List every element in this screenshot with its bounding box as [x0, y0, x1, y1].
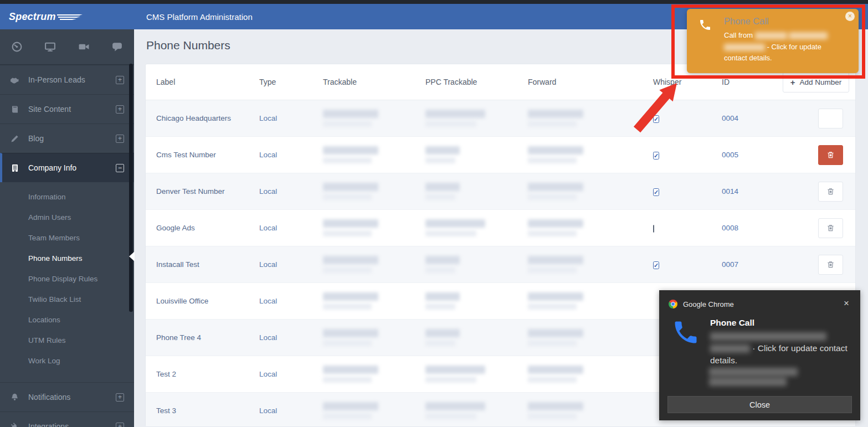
- delete-button[interactable]: [818, 109, 843, 128]
- app-title: CMS Platform Administration: [146, 12, 253, 22]
- phone-call-toast[interactable]: Phone Call Call from - Click for update …: [687, 9, 859, 73]
- sidebar-item-site-content[interactable]: Site Content +: [0, 94, 134, 124]
- table-row[interactable]: Chicago Headquarters Local ✓ 0004: [146, 100, 855, 137]
- table-row[interactable]: Denver Test Number Local ✓ 0014: [146, 173, 855, 210]
- ppc-number-redacted: [415, 219, 517, 236]
- submenu-item-work-log[interactable]: Work Log: [0, 351, 134, 371]
- row-label[interactable]: Instacall Test: [146, 260, 249, 269]
- row-label[interactable]: Cms Test Number: [146, 151, 249, 159]
- whisper-checkbox[interactable]: [653, 225, 654, 233]
- sidebar-item-company-info[interactable]: Company Info −: [0, 153, 134, 182]
- chrome-notification[interactable]: Google Chrome × Phone Call · Click for u…: [659, 290, 860, 420]
- redacted-phone-number: [710, 344, 750, 353]
- whisper-checkbox[interactable]: ✓: [653, 261, 659, 269]
- sidebar-item-label: Blog: [28, 134, 116, 143]
- chrome-notification-header: Google Chrome: [669, 300, 734, 308]
- sidebar-item-integrations[interactable]: Integrations +: [0, 411, 134, 427]
- forward-number-redacted: [517, 183, 643, 200]
- submenu-item-information[interactable]: Information: [0, 187, 134, 207]
- submenu-item-admin-users[interactable]: Admin Users: [0, 207, 134, 228]
- toast-close-icon[interactable]: ×: [845, 12, 855, 21]
- col-header-id: ID: [711, 78, 772, 86]
- submenu-item-utm-rules[interactable]: UTM Rules: [0, 330, 134, 351]
- submenu-item-team-members[interactable]: Team Members: [0, 228, 134, 248]
- col-header-ppc-trackable: PPC Trackable: [415, 78, 517, 86]
- trackable-number-redacted: [312, 329, 415, 346]
- expand-toggle[interactable]: +: [116, 76, 124, 84]
- ppc-number-redacted: [415, 292, 517, 310]
- row-type: Local: [249, 187, 312, 196]
- whisper-checkbox[interactable]: ✓: [653, 188, 659, 196]
- ppc-number-redacted: [415, 366, 517, 383]
- row-id: 0007: [711, 260, 772, 269]
- col-header-label: Label: [146, 78, 249, 86]
- desktop-icon[interactable]: [34, 29, 68, 64]
- handshake-icon: [10, 76, 19, 84]
- delete-button[interactable]: [818, 255, 843, 275]
- row-label[interactable]: Chicago Headquarters: [146, 114, 249, 122]
- chrome-notification-close-icon[interactable]: ×: [844, 298, 849, 309]
- brand-name: Spectrum: [9, 11, 56, 23]
- sidebar-item-label: Company Info: [28, 163, 116, 172]
- annotation-arrow: [631, 82, 681, 137]
- submenu-item-twilio-black-list[interactable]: Twilio Black List: [0, 289, 134, 310]
- col-header-type: Type: [249, 78, 312, 86]
- col-header-forward: Forward: [517, 78, 643, 86]
- sidebar-item-label: In-Person Leads: [28, 75, 116, 84]
- row-label[interactable]: Denver Test Number: [146, 187, 249, 196]
- add-number-button[interactable]: + Add Number: [783, 72, 849, 92]
- row-type: Local: [249, 114, 312, 122]
- submenu-item-phone-display-rules[interactable]: Phone Display Rules: [0, 269, 134, 289]
- trackable-number-redacted: [312, 146, 415, 163]
- dashboard-icon[interactable]: [0, 29, 34, 64]
- row-label[interactable]: Google Ads: [146, 224, 249, 232]
- sidebar-item-label: Site Content: [28, 105, 116, 114]
- brand-logo[interactable]: Spectrum: [0, 4, 134, 29]
- toast-title: Phone Call: [724, 16, 769, 27]
- sidebar-item-notifications[interactable]: Notifications +: [0, 382, 134, 411]
- expand-toggle[interactable]: +: [116, 105, 124, 114]
- trackable-number-redacted: [312, 256, 415, 273]
- window-top-strip: [0, 0, 868, 4]
- collapse-toggle[interactable]: −: [116, 164, 124, 172]
- delete-button[interactable]: [818, 218, 843, 238]
- sidebar-item-in-person-leads[interactable]: In-Person Leads +: [0, 65, 134, 94]
- sidebar-item-blog[interactable]: Blog +: [0, 124, 134, 153]
- forward-number-redacted: [517, 110, 643, 127]
- expand-toggle[interactable]: +: [116, 423, 124, 427]
- expand-toggle[interactable]: +: [116, 393, 124, 402]
- trackable-number-redacted: [312, 402, 415, 419]
- sidebar-icon-tabs: [0, 29, 134, 65]
- app-window: Spectrum In-Person Leads +: [0, 0, 868, 427]
- row-id: 0014: [711, 187, 772, 196]
- chrome-notification-close-button[interactable]: Close: [667, 396, 852, 413]
- submenu-item-phone-numbers[interactable]: Phone Numbers: [0, 248, 134, 269]
- delete-button[interactable]: [818, 182, 843, 202]
- table-row[interactable]: Cms Test Number Local ✓ 0005: [146, 137, 855, 173]
- ppc-number-redacted: [415, 146, 517, 163]
- row-label[interactable]: Phone Tree 4: [146, 333, 249, 342]
- row-label[interactable]: Louisville Office: [146, 297, 249, 305]
- sidebar-item-label: Integrations: [28, 422, 116, 427]
- video-camera-icon[interactable]: [67, 29, 101, 64]
- submenu-item-locations[interactable]: Locations: [0, 310, 134, 330]
- active-item-caret: [129, 251, 135, 261]
- pencil-icon: [10, 135, 19, 143]
- ppc-number-redacted: [415, 183, 517, 200]
- expand-toggle[interactable]: +: [116, 135, 124, 143]
- trackable-number-redacted: [312, 292, 415, 310]
- table-row[interactable]: Google Ads Local 0008: [146, 210, 855, 246]
- delete-button[interactable]: [818, 145, 843, 165]
- whisper-checkbox[interactable]: ✓: [653, 152, 659, 160]
- sidebar-scrollbar-thumb[interactable]: [129, 64, 133, 312]
- forward-number-redacted: [517, 146, 643, 163]
- book-icon: [10, 105, 19, 114]
- row-type: Local: [249, 333, 312, 342]
- table-row[interactable]: Instacall Test Local ✓ 0007: [146, 246, 855, 283]
- chat-icon[interactable]: [101, 29, 135, 64]
- sidebar: Spectrum In-Person Leads +: [0, 4, 134, 427]
- row-label[interactable]: Test 2: [146, 370, 249, 378]
- forward-number-redacted: [517, 329, 643, 346]
- row-type: Local: [249, 370, 312, 378]
- row-label[interactable]: Test 3: [146, 407, 249, 415]
